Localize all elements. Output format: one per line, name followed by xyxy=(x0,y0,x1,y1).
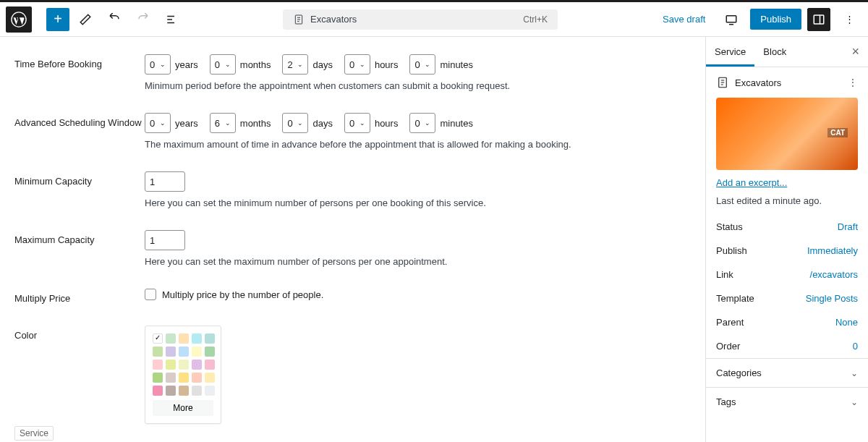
sidebar-options-button[interactable]: ⋮ xyxy=(848,77,858,88)
wp-logo[interactable] xyxy=(6,7,32,33)
tab-service[interactable]: Service xyxy=(706,37,754,67)
color-swatch[interactable] xyxy=(205,360,215,370)
block-type-tag: Service xyxy=(14,426,54,441)
color-swatch[interactable] xyxy=(179,386,189,396)
days-input[interactable]: 0⌄ xyxy=(282,113,308,133)
document-title-chip[interactable]: Excavators Ctrl+K xyxy=(283,9,558,30)
order-value[interactable]: 0 xyxy=(853,341,858,352)
keyboard-shortcut: Ctrl+K xyxy=(523,14,548,25)
color-swatch[interactable] xyxy=(166,347,176,357)
days-input[interactable]: 2⌄ xyxy=(282,54,308,75)
years-input[interactable]: 0⌄ xyxy=(145,54,171,75)
more-colors-button[interactable]: More xyxy=(153,400,213,416)
color-swatch[interactable] xyxy=(179,347,189,357)
tab-block[interactable]: Block xyxy=(754,37,795,67)
settings-sidebar: Service Block × Excavators ⋮ Add an exce… xyxy=(705,37,868,442)
multiply-checkbox[interactable] xyxy=(145,289,156,300)
color-swatch[interactable] xyxy=(205,373,215,383)
color-swatch[interactable] xyxy=(153,347,163,357)
max-capacity-input[interactable]: 1 xyxy=(145,230,185,250)
add-block-button[interactable]: + xyxy=(46,8,69,31)
color-swatch[interactable] xyxy=(166,373,176,383)
main-editor: Time Before Booking 0⌄ years 0⌄ months 2… xyxy=(0,37,705,442)
color-swatch[interactable] xyxy=(192,386,202,396)
color-swatch[interactable] xyxy=(166,386,176,396)
field-label: Time Before Booking xyxy=(14,54,145,91)
categories-panel[interactable]: Categories⌄ xyxy=(706,358,868,387)
featured-image[interactable] xyxy=(716,98,858,170)
help-text: Here you can set the minimum number of p… xyxy=(145,197,691,208)
document-overview-button[interactable] xyxy=(159,7,185,33)
top-toolbar: + Excavators Ctrl+K Save draft Publish ⋮ xyxy=(0,2,868,37)
parent-value[interactable]: None xyxy=(835,317,858,328)
color-swatch[interactable] xyxy=(153,333,163,344)
color-swatch[interactable] xyxy=(192,333,202,344)
color-swatch[interactable] xyxy=(192,360,202,370)
preview-button[interactable] xyxy=(718,7,744,33)
minutes-input[interactable]: 0⌄ xyxy=(409,54,435,75)
sidebar-toggle-button[interactable] xyxy=(807,8,830,31)
months-input[interactable]: 0⌄ xyxy=(210,54,236,75)
color-swatch[interactable] xyxy=(153,386,163,396)
color-swatch[interactable] xyxy=(205,386,215,396)
link-value[interactable]: /excavators xyxy=(810,269,858,280)
field-label: Color xyxy=(14,326,145,424)
page-icon xyxy=(716,76,729,89)
hours-input[interactable]: 0⌄ xyxy=(344,113,370,133)
years-input[interactable]: 0⌄ xyxy=(145,113,171,133)
edit-mode-button[interactable] xyxy=(72,7,98,33)
template-value[interactable]: Single Posts xyxy=(806,293,858,304)
field-label: Multiply Price xyxy=(14,289,145,304)
color-swatch[interactable] xyxy=(166,360,176,370)
hours-input[interactable]: 0⌄ xyxy=(344,54,370,75)
last-edited-text: Last edited a minute ago. xyxy=(716,195,858,206)
color-swatch[interactable] xyxy=(192,373,202,383)
min-capacity-input[interactable]: 1 xyxy=(145,171,185,192)
color-swatch[interactable] xyxy=(166,333,176,344)
field-label: Minimum Capacity xyxy=(14,171,145,208)
months-input[interactable]: 6⌄ xyxy=(210,113,236,133)
color-picker: More xyxy=(145,326,221,424)
publish-button[interactable]: Publish xyxy=(750,9,801,30)
color-swatch[interactable] xyxy=(192,347,202,357)
status-value[interactable]: Draft xyxy=(838,221,858,232)
color-swatch[interactable] xyxy=(153,360,163,370)
svg-rect-3 xyxy=(814,15,824,24)
help-text: Here you can set the maximum number of p… xyxy=(145,256,691,267)
redo-button[interactable] xyxy=(130,7,156,33)
save-draft-button[interactable]: Save draft xyxy=(655,9,712,29)
field-label: Advanced Scheduling Window xyxy=(14,113,145,150)
publish-value[interactable]: Immediately xyxy=(807,245,858,256)
help-text: The maximum amount of time in advance be… xyxy=(145,139,691,150)
add-excerpt-link[interactable]: Add an excerpt... xyxy=(716,177,858,188)
color-swatch[interactable] xyxy=(179,333,189,344)
svg-rect-2 xyxy=(727,15,737,22)
sidebar-title: Excavators xyxy=(735,77,781,88)
svg-point-0 xyxy=(12,12,26,26)
color-swatch[interactable] xyxy=(179,360,189,370)
undo-button[interactable] xyxy=(101,7,127,33)
minutes-input[interactable]: 0⌄ xyxy=(409,113,435,133)
doc-title: Excavators xyxy=(310,14,357,25)
color-swatch[interactable] xyxy=(153,373,163,383)
tags-panel[interactable]: Tags⌄ xyxy=(706,387,868,416)
color-swatch[interactable] xyxy=(205,347,215,357)
help-text: Minimum period before the appointment wh… xyxy=(145,80,691,91)
color-swatch[interactable] xyxy=(179,373,189,383)
close-sidebar-button[interactable]: × xyxy=(843,44,868,59)
checkbox-label: Multiply price by the number of people. xyxy=(162,289,323,300)
field-label: Maximum Capacity xyxy=(14,230,145,267)
color-swatch[interactable] xyxy=(205,333,215,344)
options-menu-button[interactable]: ⋮ xyxy=(836,7,862,33)
